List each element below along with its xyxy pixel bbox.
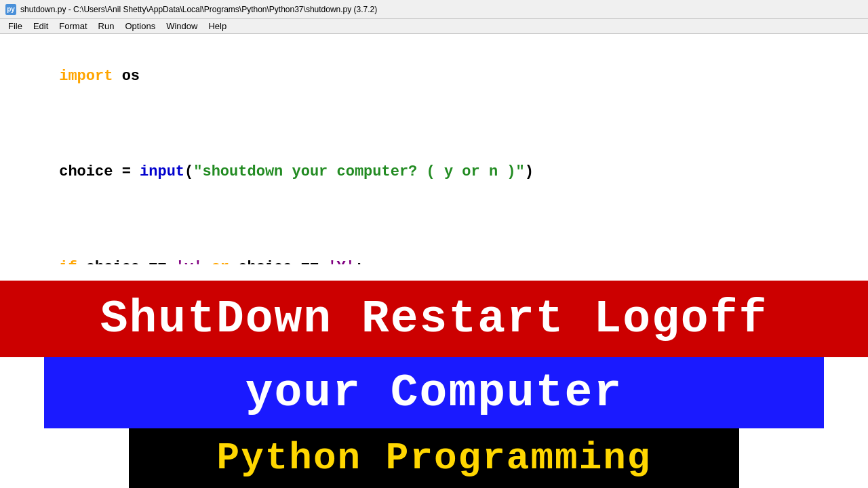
banner-black: Python Programming	[129, 428, 739, 488]
menu-options[interactable]: Options	[119, 20, 161, 33]
module-os: os	[113, 68, 140, 85]
menu-help[interactable]: Help	[203, 20, 232, 33]
fn-input: input	[140, 163, 184, 180]
paren-open: (	[184, 163, 193, 180]
title-bar-text: shutdown.py - C:\Users\Anil Shetty\AppDa…	[20, 5, 377, 14]
banner-red-text: ShutDown Restart Logoff	[100, 293, 768, 345]
string-prompt: "shoutdown your computer? ( y or n )"	[193, 163, 524, 180]
assign-op: =	[113, 163, 140, 180]
code-line-5: if choice == 'y' or choice == 'Y':	[5, 232, 863, 265]
code-line-1: import os	[5, 41, 863, 113]
banner-blue-text: your Computer	[245, 367, 623, 419]
code-editor[interactable]: import os choice = input("shoutdown your…	[0, 34, 868, 264]
code-line-3: choice = input("shoutdown your computer?…	[5, 136, 863, 208]
bottom-banners: ShutDown Restart Logoff your Computer Py…	[0, 281, 868, 488]
string-y-upper: 'Y'	[328, 259, 355, 264]
var-choice: choice	[59, 163, 113, 180]
code-line-4	[5, 207, 863, 231]
menu-file[interactable]: File	[3, 20, 28, 33]
menu-run[interactable]: Run	[93, 20, 120, 33]
code-line-2	[5, 113, 863, 136]
title-bar: py shutdown.py - C:\Users\Anil Shetty\Ap…	[0, 0, 868, 19]
condition-1: choice ==	[77, 259, 176, 264]
string-y-lower: 'y'	[176, 259, 203, 264]
banner-blue: your Computer	[44, 357, 824, 428]
menu-format[interactable]: Format	[54, 20, 92, 33]
menu-bar: File Edit Format Run Options Window Help	[0, 19, 868, 34]
page-wrapper: py shutdown.py - C:\Users\Anil Shetty\Ap…	[0, 0, 868, 488]
app-icon: py	[5, 4, 16, 15]
colon-1: :	[355, 259, 363, 264]
banner-red: ShutDown Restart Logoff	[0, 281, 868, 357]
paren-close: )	[525, 163, 534, 180]
keyword-or: or	[202, 259, 229, 264]
menu-window[interactable]: Window	[161, 20, 203, 33]
menu-edit[interactable]: Edit	[28, 20, 54, 33]
banner-black-text: Python Programming	[217, 436, 652, 480]
keyword-if: if	[59, 259, 77, 264]
keyword-import: import	[59, 68, 113, 85]
condition-2: choice ==	[229, 259, 328, 264]
